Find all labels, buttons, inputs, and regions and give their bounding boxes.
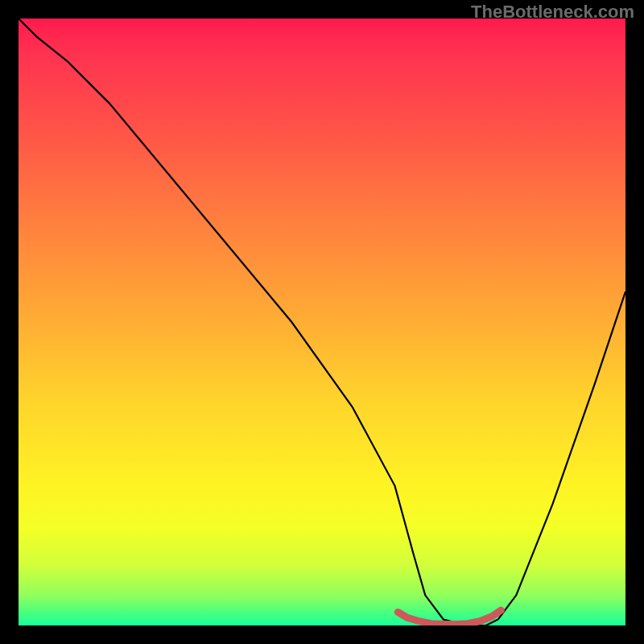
- watermark-text: TheBottleneck.com: [471, 2, 634, 23]
- plot-gradient-area: [19, 19, 625, 625]
- optimal-range-highlight: [398, 610, 501, 624]
- bottleneck-curve-line: [19, 19, 625, 625]
- chart-svg: [19, 19, 625, 625]
